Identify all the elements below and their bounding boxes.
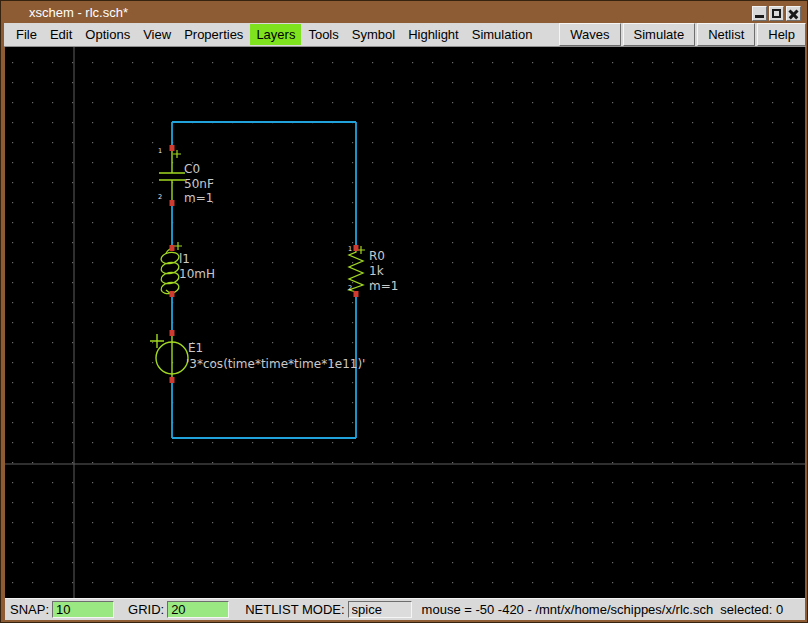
inductor-ref-label: l1 xyxy=(179,252,190,266)
menu-view[interactable]: View xyxy=(137,24,177,45)
help-button[interactable]: Help xyxy=(757,23,806,46)
grid-input[interactable] xyxy=(167,601,229,618)
close-button[interactable] xyxy=(786,6,801,21)
menu-bar: File Edit Options View Properties Layers… xyxy=(4,23,806,47)
xschem-window: xschem - rlc.sch* File Edit Options View… xyxy=(0,0,808,623)
window-title: xschem - rlc.sch* xyxy=(29,2,128,23)
drawing-canvas[interactable]: 1 2 C0 50nF m=1 l1 10mH xyxy=(5,47,805,598)
title-bar: xschem - rlc.sch* xyxy=(2,2,806,23)
netlist-button[interactable]: Netlist xyxy=(697,23,755,46)
minimize-icon xyxy=(755,15,764,18)
menu-highlight[interactable]: Highlight xyxy=(402,24,465,45)
menu-edit[interactable]: Edit xyxy=(44,24,78,45)
resistor-mult-label: m=1 xyxy=(369,279,398,293)
minimize-button[interactable] xyxy=(752,6,767,21)
menu-properties[interactable]: Properties xyxy=(178,24,249,45)
waves-button[interactable]: Waves xyxy=(559,23,620,46)
simulate-button[interactable]: Simulate xyxy=(623,23,696,46)
maximize-icon xyxy=(772,9,781,18)
resistor-pin1-terminal[interactable] xyxy=(354,245,359,251)
menu-tools[interactable]: Tools xyxy=(302,24,344,45)
menu-file[interactable]: File xyxy=(10,24,43,45)
capacitor-pin1-number: 1 xyxy=(158,147,162,155)
netlist-mode-input[interactable] xyxy=(348,601,412,618)
maximize-button[interactable] xyxy=(769,6,784,21)
netlist-mode-label: NETLIST MODE: xyxy=(245,602,344,617)
menu-simulation[interactable]: Simulation xyxy=(466,24,539,45)
schematic-canvas[interactable]: 1 2 C0 50nF m=1 l1 10mH xyxy=(5,47,805,598)
inductor-value-label: 10mH xyxy=(179,267,215,281)
resistor-pin1-number: 1 xyxy=(348,245,352,253)
capacitor-pin2-terminal[interactable] xyxy=(170,200,175,206)
source-pin2-terminal[interactable] xyxy=(170,377,175,383)
mouse-status-text: mouse = -50 -420 - /mnt/x/home/schippes/… xyxy=(422,602,784,617)
source-ref-label: E1 xyxy=(188,341,203,355)
menu-options[interactable]: Options xyxy=(79,24,136,45)
status-bar: SNAP: GRID: NETLIST MODE: mouse = -50 -4… xyxy=(5,598,805,620)
toolbar-buttons: Waves Simulate Netlist Help xyxy=(557,23,806,46)
grid-dots xyxy=(5,47,805,598)
inductor-pin1-terminal[interactable] xyxy=(170,245,175,251)
capacitor-pin1-terminal[interactable] xyxy=(170,145,175,151)
source-value-label: '3*cos(time*time*time*1e11)' xyxy=(186,357,365,371)
resistor-value-label: 1k xyxy=(369,264,384,278)
snap-label: SNAP: xyxy=(10,602,49,617)
capacitor-value-label: 50nF xyxy=(184,177,214,191)
source-pin1-terminal[interactable] xyxy=(170,330,175,336)
menu-layers[interactable]: Layers xyxy=(250,24,301,45)
capacitor-ref-label: C0 xyxy=(184,162,200,176)
resistor-pin2-number: 2 xyxy=(348,284,352,292)
resistor-ref-label: R0 xyxy=(369,249,385,263)
capacitor-mult-label: m=1 xyxy=(184,191,213,205)
grid-label: GRID: xyxy=(128,602,164,617)
snap-input[interactable] xyxy=(52,601,114,618)
menu-symbol[interactable]: Symbol xyxy=(346,24,401,45)
capacitor-pin2-number: 2 xyxy=(158,193,162,201)
inductor-pin2-terminal[interactable] xyxy=(170,291,175,297)
resistor-pin2-terminal[interactable] xyxy=(354,291,359,297)
